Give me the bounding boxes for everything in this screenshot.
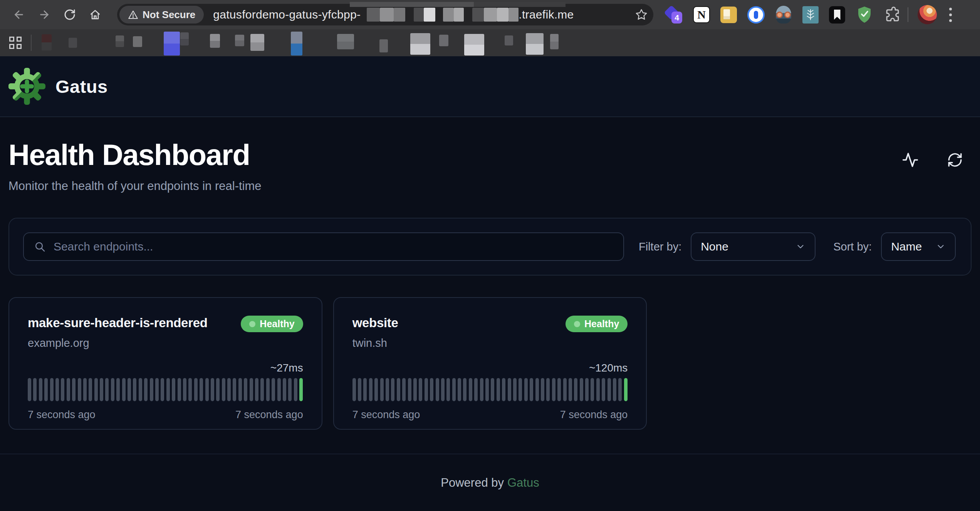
history-bar-no-data[interactable] — [39, 378, 42, 401]
onepassword-extension-icon[interactable] — [747, 6, 765, 24]
history-bar-no-data[interactable] — [111, 378, 114, 401]
endpoint-card[interactable]: website Healthy twin.sh ~120ms 7 seconds… — [333, 297, 647, 430]
history-bar-no-data[interactable] — [524, 378, 528, 401]
wallet-extension-icon[interactable]: 4 — [665, 6, 683, 24]
uptime-history-bars[interactable] — [352, 378, 628, 401]
history-bar-no-data[interactable] — [161, 378, 164, 401]
history-bar-no-data[interactable] — [574, 378, 577, 401]
brand-name[interactable]: Gatus — [55, 76, 108, 97]
history-bar-no-data[interactable] — [288, 378, 292, 401]
history-bar-no-data[interactable] — [244, 378, 247, 401]
history-bar-no-data[interactable] — [613, 378, 616, 401]
pine-extension-icon[interactable] — [802, 6, 819, 24]
history-bar-no-data[interactable] — [563, 378, 567, 401]
redacted-bookmark[interactable] — [550, 34, 559, 49]
history-bar-no-data[interactable] — [250, 378, 253, 401]
history-bar-no-data[interactable] — [397, 378, 400, 401]
profile-avatar[interactable] — [918, 5, 937, 24]
browser-menu-button[interactable] — [947, 5, 954, 24]
history-bar-no-data[interactable] — [205, 378, 209, 401]
history-bar-no-data[interactable] — [294, 378, 297, 401]
reload-button[interactable] — [57, 3, 82, 26]
history-bar-no-data[interactable] — [50, 378, 54, 401]
history-bar-no-data[interactable] — [255, 378, 258, 401]
history-bar-no-data[interactable] — [227, 378, 231, 401]
history-bar-no-data[interactable] — [513, 378, 517, 401]
history-bar-no-data[interactable] — [105, 378, 109, 401]
history-bar-no-data[interactable] — [458, 378, 461, 401]
home-button[interactable] — [82, 3, 108, 26]
bookmark-extension-icon[interactable] — [829, 6, 845, 24]
history-bar-no-data[interactable] — [155, 378, 159, 401]
history-bar-no-data[interactable] — [200, 378, 203, 401]
history-bar-no-data[interactable] — [128, 378, 131, 401]
history-bar-no-data[interactable] — [618, 378, 622, 401]
history-bar-no-data[interactable] — [386, 378, 389, 401]
history-bar-no-data[interactable] — [430, 378, 433, 401]
history-bar-no-data[interactable] — [358, 378, 361, 401]
history-bar-no-data[interactable] — [502, 378, 505, 401]
history-bar-no-data[interactable] — [150, 378, 153, 401]
history-bar-no-data[interactable] — [480, 378, 483, 401]
history-bar-no-data[interactable] — [266, 378, 270, 401]
history-bar-no-data[interactable] — [425, 378, 428, 401]
filter-select[interactable]: None — [691, 232, 816, 261]
history-bar-no-data[interactable] — [402, 378, 406, 401]
history-bar-no-data[interactable] — [485, 378, 489, 401]
history-bar-up[interactable] — [299, 378, 303, 401]
history-bar-no-data[interactable] — [380, 378, 384, 401]
redacted-bookmark[interactable] — [210, 34, 220, 48]
history-bar-no-data[interactable] — [216, 378, 220, 401]
redacted-bookmark[interactable] — [250, 34, 264, 51]
history-bar-no-data[interactable] — [166, 378, 170, 401]
history-bar-no-data[interactable] — [33, 378, 37, 401]
history-bar-no-data[interactable] — [100, 378, 103, 401]
refresh-button[interactable] — [946, 151, 964, 169]
history-bar-no-data[interactable] — [602, 378, 605, 401]
history-bar-no-data[interactable] — [28, 378, 31, 401]
redacted-bookmark[interactable] — [337, 34, 354, 49]
history-bar-no-data[interactable] — [363, 378, 367, 401]
history-bar-no-data[interactable] — [541, 378, 544, 401]
redacted-bookmark[interactable] — [505, 35, 513, 45]
redacted-bookmark[interactable] — [69, 38, 77, 48]
activity-button[interactable] — [901, 151, 919, 169]
redacted-bookmark[interactable] — [379, 39, 388, 52]
history-bar-no-data[interactable] — [408, 378, 411, 401]
history-bar-no-data[interactable] — [374, 378, 378, 401]
back-button[interactable] — [6, 3, 32, 26]
search-box[interactable] — [23, 232, 624, 261]
history-bar-no-data[interactable] — [463, 378, 467, 401]
history-bar-no-data[interactable] — [260, 378, 264, 401]
forward-button[interactable] — [32, 3, 57, 26]
history-bar-no-data[interactable] — [591, 378, 594, 401]
redacted-bookmark[interactable] — [235, 35, 244, 46]
shield-extension-icon[interactable] — [856, 6, 873, 24]
history-bar-no-data[interactable] — [94, 378, 98, 401]
history-bar-no-data[interactable] — [585, 378, 589, 401]
history-bar-no-data[interactable] — [178, 378, 181, 401]
history-bar-no-data[interactable] — [491, 378, 494, 401]
gatus-logo-icon[interactable] — [8, 68, 45, 105]
gatus-footer-link[interactable]: Gatus — [507, 476, 539, 489]
history-bar-no-data[interactable] — [211, 378, 214, 401]
search-input[interactable] — [54, 240, 613, 253]
robot-extension-icon[interactable] — [775, 6, 792, 24]
history-bar-no-data[interactable] — [436, 378, 439, 401]
history-bar-no-data[interactable] — [183, 378, 186, 401]
history-bar-no-data[interactable] — [569, 378, 572, 401]
history-bar-no-data[interactable] — [144, 378, 148, 401]
history-bar-no-data[interactable] — [419, 378, 422, 401]
uptime-history-bars[interactable] — [28, 378, 303, 401]
history-bar-no-data[interactable] — [272, 378, 275, 401]
history-bar-no-data[interactable] — [188, 378, 192, 401]
history-bar-no-data[interactable] — [72, 378, 76, 401]
history-bar-no-data[interactable] — [55, 378, 59, 401]
history-bar-no-data[interactable] — [116, 378, 120, 401]
history-bar-no-data[interactable] — [607, 378, 611, 401]
history-bar-no-data[interactable] — [452, 378, 456, 401]
redacted-bookmark[interactable] — [410, 33, 430, 55]
history-bar-no-data[interactable] — [122, 378, 126, 401]
history-bar-no-data[interactable] — [469, 378, 472, 401]
redacted-bookmark[interactable] — [42, 34, 52, 50]
